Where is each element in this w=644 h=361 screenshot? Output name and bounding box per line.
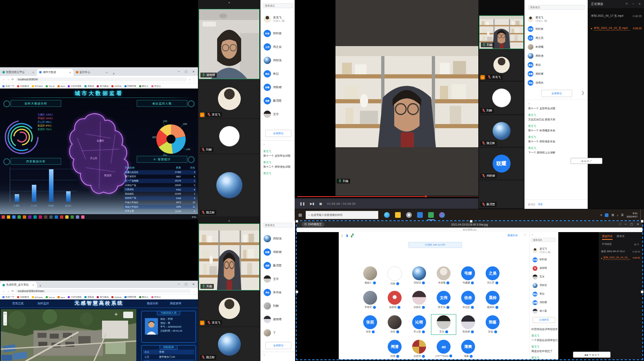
member-row[interactable]: 王珍 (261, 107, 295, 121)
photo-viewer-toolbar[interactable]: ◀ ▶ ↻ ⊕ ⊖ ✕ (573, 352, 611, 358)
member-row[interactable]: 清楚颜清楚 (261, 259, 295, 272)
max-icon[interactable]: ▢ (185, 70, 188, 73)
new-tab-button[interactable]: + (110, 72, 117, 76)
edge-browser-icon[interactable] (384, 212, 390, 218)
member-row[interactable]: 之昊周之昊 (525, 33, 588, 42)
share-handle[interactable] (295, 290, 298, 293)
taskbar-app-icon[interactable] (60, 215, 63, 219)
close-icon[interactable]: ✕ (637, 223, 639, 226)
fullscreen-icon[interactable]: ⛶ (524, 233, 526, 237)
file-explorer-icon[interactable] (395, 212, 401, 218)
forward-icon[interactable]: → (7, 78, 10, 81)
trash-icon[interactable]: ▯ (341, 234, 343, 237)
volume-icon[interactable]: ♪ (617, 214, 618, 217)
call-member-cell[interactable]: 沁雨李沁雨 (408, 315, 431, 334)
bookmark-item[interactable]: 菜鸟教程 (97, 296, 109, 299)
taskbar-app-icon[interactable] (39, 215, 42, 219)
network-icon[interactable]: ▥ (611, 213, 614, 217)
share-handle[interactable] (641, 220, 644, 223)
video-tile[interactable]: 刘丽 (199, 119, 260, 153)
chat-collapse-icon[interactable]: ∨ (263, 143, 265, 146)
back-icon[interactable]: ← (2, 290, 5, 292)
collapse-strip-icon[interactable]: ▲ (198, 219, 260, 222)
call-member-cell[interactable]: 刘思琪 (408, 340, 431, 358)
browser-tab[interactable]: 城市大数据 ✕ (37, 69, 73, 76)
bookmark-item[interactable]: ECharts (32, 85, 43, 87)
taskbar-app-icon[interactable] (28, 215, 31, 219)
bookmark-item[interactable]: 腾讯云 (139, 85, 149, 88)
local-disk-label[interactable]: 本地磁盘 (602, 242, 612, 246)
call-member-cell[interactable]: 周智强 (408, 266, 431, 285)
taskbar-app-icon[interactable] (65, 215, 69, 219)
min-icon[interactable]: ─ (178, 70, 180, 73)
member-row[interactable]: 时俊邹时俊 (261, 27, 295, 40)
capture-icon[interactable]: ▣ (319, 202, 322, 206)
bookmark-item[interactable]: GitHub (111, 296, 121, 299)
call-member-cell[interactable]: 张芸张芸 (359, 315, 382, 334)
meeting-app-icon[interactable] (428, 212, 434, 218)
close-icon[interactable]: ✕ (192, 70, 195, 73)
bookmark-item[interactable]: Vue.js (46, 85, 55, 87)
tab-playlist[interactable]: 播放列表 (602, 235, 613, 240)
table-row[interactable]: 中南大学校区387310 (124, 200, 196, 205)
member-row[interactable]: 朱晨曦 (525, 42, 588, 51)
bookmark-item[interactable]: 百度一下 (2, 85, 14, 88)
bookmark-item[interactable]: GitHub (111, 85, 121, 87)
video-tile[interactable]: ▭黄克飞 (199, 79, 260, 118)
member-row[interactable]: 周智强 (261, 53, 295, 67)
app-icon[interactable] (417, 212, 423, 218)
tray-app-icon[interactable] (605, 213, 608, 217)
member-row[interactable]: 黄克飞(主持人, 我) (261, 11, 295, 27)
show-desktop-button[interactable] (640, 209, 642, 221)
app-icon[interactable] (406, 212, 412, 218)
call-member-cell[interactable]: 周漕周漕 (383, 340, 406, 358)
video-tile[interactable] (479, 0, 524, 15)
table-row[interactable]: 岳麓山风景区174654 (124, 170, 196, 175)
taskbar-app-icon[interactable] (49, 215, 53, 219)
bookmark-item[interactable]: CSDN博客 (68, 85, 82, 88)
member-row[interactable]: 伟杰张伟杰 (525, 78, 588, 87)
video-tile[interactable]: 刘鑫 (479, 16, 524, 49)
member-row[interactable]: 谢雨晴 (261, 312, 295, 326)
playlist-item[interactable]: 会议 2021-04-17 21:2 0:48:35 (601, 250, 640, 253)
call-member-cell[interactable]: 王珍 (432, 315, 455, 334)
taskbar-app-icon[interactable] (44, 215, 47, 219)
call-member-cell[interactable]: 陈雨婷 (457, 315, 480, 334)
playlist-item[interactable]: 录制 2021_04_17 五.mp4 0:48:35 (591, 14, 642, 18)
call-member-cell[interactable]: 韦娜韦娜娜 (457, 266, 480, 285)
member-row[interactable]: 联耀周联耀 (525, 69, 588, 78)
video-tile[interactable]: 魏志毅 (199, 154, 260, 216)
member-row[interactable]: 时俊邹时俊 (525, 24, 588, 33)
bookmark-item[interactable]: 阿里云 (151, 296, 161, 299)
video-tile[interactable]: 魏志毅 (479, 115, 524, 147)
taskbar-app-icon[interactable] (7, 215, 10, 219)
call-member-cell[interactable]: 40173****6444 (432, 340, 455, 357)
member-row[interactable]: 丁 (261, 326, 295, 339)
search-input[interactable] (528, 5, 585, 10)
call-member-cell[interactable]: 谢雨晴 (383, 291, 406, 309)
member-row[interactable]: 伟全朱伟全 (261, 286, 295, 299)
floating-zoom-toolbar[interactable]: ⊞ ⊟ ⟳ ⤢ (571, 158, 602, 164)
satellite-map[interactable]: +− ✛ (1, 309, 136, 361)
mute-all-button[interactable]: 全体静音 (541, 90, 572, 97)
sort-icon[interactable]: ⇅ (637, 243, 639, 246)
call-member-cell[interactable]: 佳坐朱佳坐 (457, 291, 480, 309)
table-row[interactable]: 火车站广场195403 (124, 183, 196, 188)
app-icon[interactable] (439, 212, 445, 218)
video-tile[interactable]: 刘鑫 (199, 224, 260, 290)
share-handle[interactable] (295, 220, 298, 223)
call-member-cell[interactable]: 薄爽薄爽 (457, 340, 480, 358)
taskbar-app-icon[interactable] (18, 215, 21, 219)
bookmark-item[interactable]: 哔哩哔哩 (124, 296, 136, 299)
min-icon[interactable]: ─ (178, 283, 180, 286)
playlist-item[interactable]: ▸录制_2021_04_16_五.mp4 4:08:35 (591, 26, 642, 31)
collapse-icon[interactable]: ∨ (531, 233, 533, 236)
browser-tab[interactable]: 无感智慧_监控系统 ✕ (0, 282, 37, 288)
member-row[interactable]: 联耀周联耀 (261, 80, 295, 94)
member-row[interactable]: 谢小曼 (530, 307, 558, 315)
member-row[interactable]: 联耀周联耀 (530, 298, 558, 307)
bookmark-item[interactable]: 阿里云 (151, 85, 161, 88)
chart-icon[interactable]: ▞ (351, 234, 353, 237)
chat-collapse-icon[interactable]: ∨ (528, 102, 530, 105)
share-handle[interactable] (470, 220, 473, 223)
